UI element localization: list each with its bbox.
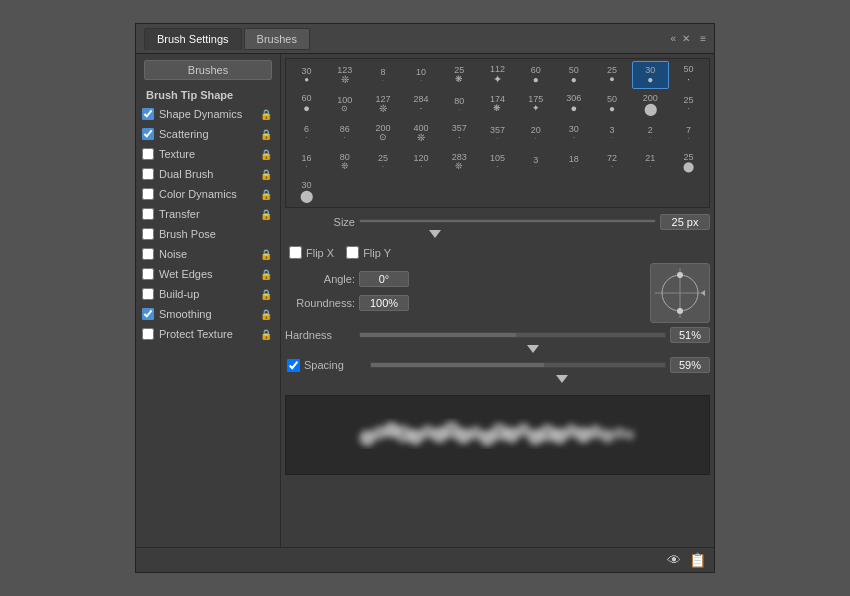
brushes-button[interactable]: Brushes bbox=[144, 60, 272, 80]
roundness-value[interactable]: 100% bbox=[359, 295, 409, 311]
sidebar-item-smoothing[interactable]: Smoothing 🔒 bbox=[136, 304, 280, 324]
brush-cell-31[interactable]: 2· bbox=[632, 119, 669, 147]
brush-cell-38[interactable]: 105· bbox=[479, 148, 516, 176]
brush-cell-16[interactable]: 174❋ bbox=[479, 90, 516, 118]
brush-cell-29[interactable]: 30· bbox=[555, 119, 592, 147]
brush-cell-22[interactable]: 6· bbox=[288, 119, 325, 147]
sidebar-item-protect-texture[interactable]: Protect Texture 🔒 bbox=[136, 324, 280, 344]
brush-cell-11[interactable]: 60● bbox=[288, 90, 325, 118]
eye-icon[interactable]: 👁 bbox=[667, 552, 681, 568]
brush-pose-checkbox[interactable] bbox=[142, 228, 154, 240]
brush-cell-41[interactable]: 72· bbox=[593, 148, 630, 176]
angle-value[interactable]: 0° bbox=[359, 271, 409, 287]
brush-cell-0[interactable]: 30● bbox=[288, 61, 325, 89]
color-dynamics-checkbox[interactable] bbox=[142, 188, 154, 200]
brush-cell-33[interactable]: 16· bbox=[288, 148, 325, 176]
clipboard-icon[interactable]: 📋 bbox=[689, 552, 706, 568]
size-slider[interactable] bbox=[359, 214, 656, 230]
brush-cell-34[interactable]: 80❊ bbox=[326, 148, 363, 176]
brush-cell-35[interactable]: 25· bbox=[364, 148, 401, 176]
brush-cell-36[interactable]: 120· bbox=[403, 148, 440, 176]
brush-cell-37[interactable]: 283❊ bbox=[441, 148, 478, 176]
brush-cell-4[interactable]: 25❋ bbox=[441, 61, 478, 89]
brush-cell-21[interactable]: 25· bbox=[670, 90, 707, 118]
svg-point-4 bbox=[677, 308, 683, 314]
brush-tip-shape-label[interactable]: Brush Tip Shape bbox=[136, 86, 280, 104]
brush-cell-10[interactable]: 50· bbox=[670, 61, 707, 89]
dual-brush-checkbox[interactable] bbox=[142, 168, 154, 180]
flip-y-label[interactable]: Flip Y bbox=[346, 246, 391, 259]
wet-edges-checkbox[interactable] bbox=[142, 268, 154, 280]
brush-cell-2[interactable]: 8· bbox=[364, 61, 401, 89]
spacing-checkbox[interactable] bbox=[287, 359, 300, 372]
brush-cell-17[interactable]: 175✦ bbox=[517, 90, 554, 118]
brush-cell-13[interactable]: 127❊ bbox=[364, 90, 401, 118]
smoothing-checkbox[interactable] bbox=[142, 308, 154, 320]
noise-checkbox[interactable] bbox=[142, 248, 154, 260]
brush-cell-42[interactable]: 21· bbox=[632, 148, 669, 176]
brush-cell-9[interactable]: 30● bbox=[632, 61, 669, 89]
flip-x-checkbox[interactable] bbox=[289, 246, 302, 259]
brush-cell-3[interactable]: 10· bbox=[403, 61, 440, 89]
build-up-checkbox[interactable] bbox=[142, 288, 154, 300]
texture-checkbox[interactable] bbox=[142, 148, 154, 160]
sidebar-item-shape-dynamics[interactable]: Shape Dynamics 🔒 bbox=[136, 104, 280, 124]
sidebar-item-scattering[interactable]: Scattering 🔒 bbox=[136, 124, 280, 144]
brush-cell-23[interactable]: 86· bbox=[326, 119, 363, 147]
tab-brush-settings[interactable]: Brush Settings bbox=[144, 28, 242, 50]
hardness-slider[interactable] bbox=[359, 332, 666, 338]
collapse-icon[interactable]: « bbox=[671, 33, 677, 44]
sidebar: Brushes Brush Tip Shape Shape Dynamics 🔒… bbox=[136, 54, 281, 547]
spacing-slider[interactable] bbox=[370, 362, 666, 368]
close-icon[interactable]: ✕ bbox=[682, 33, 690, 44]
brush-cell-8[interactable]: 25● bbox=[593, 61, 630, 89]
scattering-checkbox[interactable] bbox=[142, 128, 154, 140]
sidebar-item-build-up[interactable]: Build-up 🔒 bbox=[136, 284, 280, 304]
brush-cell-24[interactable]: 200⊙ bbox=[364, 119, 401, 147]
brush-cell-25[interactable]: 400❊ bbox=[403, 119, 440, 147]
flip-y-checkbox[interactable] bbox=[346, 246, 359, 259]
sidebar-item-transfer[interactable]: Transfer 🔒 bbox=[136, 204, 280, 224]
menu-icon[interactable]: ≡ bbox=[700, 33, 706, 44]
flip-x-label[interactable]: Flip X bbox=[289, 246, 334, 259]
brush-cell-18[interactable]: 306● bbox=[555, 90, 592, 118]
brush-cell-28[interactable]: 20· bbox=[517, 119, 554, 147]
brush-cell-19[interactable]: 50● bbox=[593, 90, 630, 118]
transfer-checkbox[interactable] bbox=[142, 208, 154, 220]
brush-cell-12[interactable]: 100⊙ bbox=[326, 90, 363, 118]
protect-texture-checkbox[interactable] bbox=[142, 328, 154, 340]
sidebar-item-brush-pose[interactable]: Brush Pose bbox=[136, 224, 280, 244]
brush-grid[interactable]: 30●123❊8·10·25❋112✦60●50●25●30●50·60●100… bbox=[285, 58, 710, 208]
sidebar-item-color-dynamics[interactable]: Color Dynamics 🔒 bbox=[136, 184, 280, 204]
sidebar-item-wet-edges[interactable]: Wet Edges 🔒 bbox=[136, 264, 280, 284]
lock-icon-8: 🔒 bbox=[260, 269, 272, 280]
sidebar-item-texture[interactable]: Texture 🔒 bbox=[136, 144, 280, 164]
sidebar-item-noise[interactable]: Noise 🔒 bbox=[136, 244, 280, 264]
lock-icon-1: 🔒 bbox=[260, 129, 272, 140]
brush-cell-20[interactable]: 200⬤ bbox=[632, 90, 669, 118]
brush-cell-14[interactable]: 284· bbox=[403, 90, 440, 118]
sidebar-item-dual-brush[interactable]: Dual Brush 🔒 bbox=[136, 164, 280, 184]
brush-cell-1[interactable]: 123❊ bbox=[326, 61, 363, 89]
scattering-label: Scattering bbox=[159, 128, 257, 140]
shape-dynamics-checkbox[interactable] bbox=[142, 108, 154, 120]
angle-diagram[interactable] bbox=[650, 263, 710, 323]
spacing-value[interactable]: 59% bbox=[670, 357, 710, 373]
size-value[interactable]: 25 px bbox=[660, 214, 710, 230]
brush-cell-27[interactable]: 357· bbox=[479, 119, 516, 147]
brush-cell-44[interactable]: 30⬤ bbox=[288, 177, 325, 205]
build-up-label: Build-up bbox=[159, 288, 257, 300]
hardness-value[interactable]: 51% bbox=[670, 327, 710, 343]
brush-cell-7[interactable]: 50● bbox=[555, 61, 592, 89]
brush-cell-43[interactable]: 25⬤ bbox=[670, 148, 707, 176]
brush-cell-30[interactable]: 3· bbox=[593, 119, 630, 147]
brush-cell-6[interactable]: 60● bbox=[517, 61, 554, 89]
brush-cell-5[interactable]: 112✦ bbox=[479, 61, 516, 89]
brush-cell-40[interactable]: 18· bbox=[555, 148, 592, 176]
brush-cell-32[interactable]: 7· bbox=[670, 119, 707, 147]
brush-cell-26[interactable]: 357· bbox=[441, 119, 478, 147]
tab-brushes[interactable]: Brushes bbox=[244, 28, 310, 50]
header-icons: « ✕ ≡ bbox=[671, 33, 706, 44]
brush-cell-15[interactable]: 80· bbox=[441, 90, 478, 118]
brush-cell-39[interactable]: 3· bbox=[517, 148, 554, 176]
